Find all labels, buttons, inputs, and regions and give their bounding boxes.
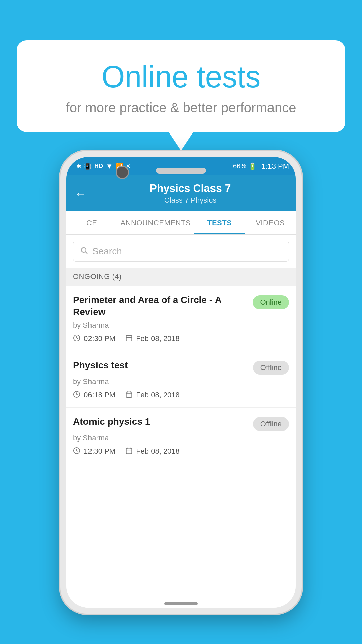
test-date: Feb 08, 2018 [125, 334, 180, 344]
calendar-icon [125, 446, 133, 457]
test-meta: 02:30 PM Feb 08, 2018 [73, 334, 289, 344]
phone-screen: ✱ 📳 HD ▼ 📶 ✕ 66% 🔋 1:13 PM ← Physics Cla… [66, 157, 296, 608]
wifi-icon: ▼ [106, 162, 113, 171]
bubble-title: Online tests [44, 60, 318, 94]
phone-speaker [156, 168, 206, 174]
clock-icon [73, 446, 80, 457]
search-icon [80, 246, 88, 257]
phone-device: ✱ 📳 HD ▼ 📶 ✕ 66% 🔋 1:13 PM ← Physics Cla… [60, 151, 302, 614]
search-input[interactable]: Search [92, 246, 122, 257]
test-author: by Sharma [73, 321, 289, 330]
page-title: Physics Class 7 [93, 182, 287, 195]
hd-icon: HD [94, 163, 103, 170]
test-time: 02:30 PM [73, 334, 115, 344]
svg-rect-8 [126, 392, 132, 397]
test-item[interactable]: Physics test Offline by Sharma 06:18 PM [66, 351, 296, 408]
test-date: Feb 08, 2018 [125, 446, 180, 457]
tab-tests[interactable]: TESTS [194, 211, 245, 234]
status-time: 1:13 PM [261, 162, 289, 171]
tab-videos[interactable]: VIDEOS [245, 211, 296, 234]
test-meta: 12:30 PM Feb 08, 2018 [73, 446, 289, 457]
status-badge: Online [253, 295, 289, 309]
tests-list: Perimeter and Area of a Circle - A Revie… [66, 286, 296, 608]
test-time: 12:30 PM [73, 446, 115, 457]
bluetooth-icon: ✱ [76, 163, 81, 170]
bubble-subtitle: for more practice & better performance [44, 100, 318, 115]
home-indicator [164, 602, 198, 605]
clock-icon [73, 334, 80, 344]
svg-rect-13 [126, 448, 132, 454]
test-meta: 06:18 PM Feb 08, 2018 [73, 390, 289, 400]
test-title: Physics test [73, 359, 248, 371]
calendar-icon [125, 390, 133, 400]
test-date: Feb 08, 2018 [125, 390, 180, 400]
search-input-wrapper[interactable]: Search [73, 241, 289, 262]
test-item[interactable]: Perimeter and Area of a Circle - A Revie… [66, 286, 296, 351]
back-button[interactable]: ← [75, 187, 86, 200]
tab-ce[interactable]: CE [66, 211, 117, 234]
svg-point-0 [81, 248, 86, 252]
calendar-icon [125, 334, 133, 344]
test-title: Perimeter and Area of a Circle - A Revie… [73, 294, 248, 318]
svg-line-1 [86, 252, 88, 254]
test-author: by Sharma [73, 434, 289, 442]
breadcrumb: Class 7 Physics [93, 196, 287, 205]
header-title-section: Physics Class 7 Class 7 Physics [93, 182, 287, 205]
phone-camera [116, 166, 129, 179]
battery-level: 66% [233, 162, 246, 170]
battery-icon: 🔋 [248, 162, 257, 170]
search-container: Search [66, 235, 296, 268]
clock-icon [73, 390, 80, 400]
test-author: by Sharma [73, 377, 289, 386]
vibrate-icon: 📳 [84, 163, 92, 170]
status-badge: Offline [253, 417, 289, 431]
tab-announcements[interactable]: ANNOUNCEMENTS [117, 211, 194, 234]
status-badge: Offline [253, 361, 289, 375]
test-time: 06:18 PM [73, 390, 115, 400]
test-item[interactable]: Atomic physics 1 Offline by Sharma 12:30… [66, 408, 296, 464]
tabs-bar: CE ANNOUNCEMENTS TESTS VIDEOS [66, 211, 296, 235]
test-title: Atomic physics 1 [73, 416, 248, 428]
svg-rect-3 [126, 335, 132, 341]
speech-bubble: Online tests for more practice & better … [17, 40, 345, 132]
section-header: ONGOING (4) [66, 268, 296, 286]
app-header: ← Physics Class 7 Class 7 Physics [66, 175, 296, 211]
